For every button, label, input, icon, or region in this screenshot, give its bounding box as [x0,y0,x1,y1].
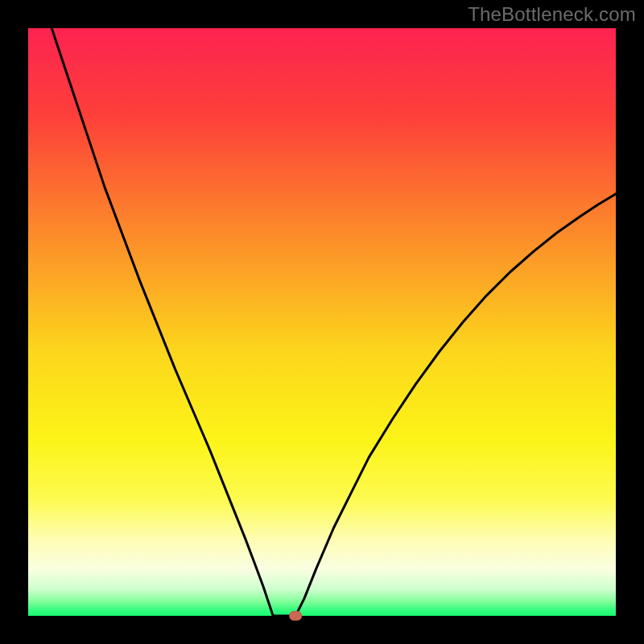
chart-frame: TheBottleneck.com [0,0,644,644]
watermark-text: TheBottleneck.com [468,3,636,26]
chart-svg [0,0,644,644]
plot-background [28,28,616,616]
optimum-marker [290,612,302,621]
